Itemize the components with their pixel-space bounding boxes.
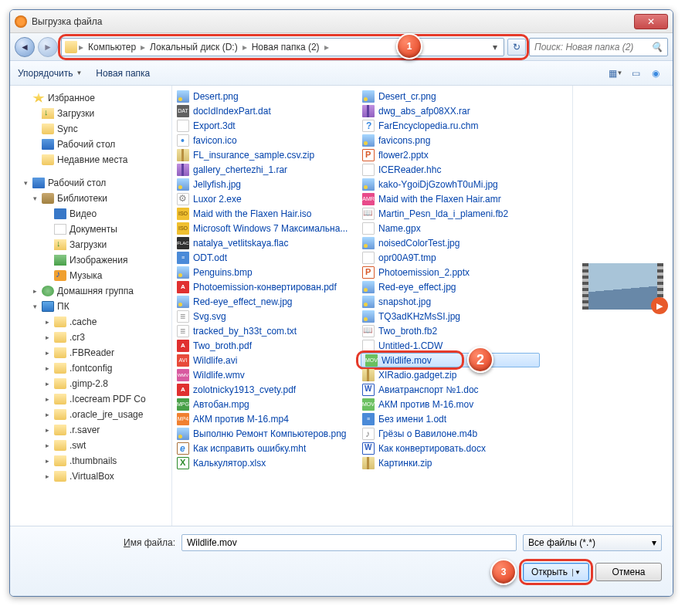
file-item[interactable]: Untitled-1.CDW (358, 338, 543, 353)
file-item[interactable]: АКМ против М-16.mov (358, 397, 543, 411)
expand-icon[interactable] (22, 95, 29, 102)
file-item[interactable]: Картинки.zip (358, 455, 543, 470)
expand-icon[interactable] (44, 242, 51, 249)
tree-item[interactable]: ▸.VirtualBox (10, 469, 171, 484)
tree-item[interactable]: ▸.r.saver (10, 422, 171, 438)
tree-item[interactable]: ▾Библиотеки (10, 191, 171, 206)
file-item[interactable]: Red-eye_effect_new.jpg (172, 294, 358, 309)
file-item[interactable]: snapshot.jpg (358, 294, 543, 309)
expand-icon[interactable] (44, 257, 51, 264)
expand-icon[interactable]: ▸ (44, 458, 51, 465)
file-item[interactable]: kako-YgoiDjGzowhT0uMi.jpg (358, 177, 543, 191)
file-item[interactable]: FL_insurance_sample.csv.zip (172, 147, 358, 162)
breadcrumb-segment[interactable]: Компьютер (85, 42, 139, 52)
tree-item[interactable]: ▾Рабочий стол (10, 175, 171, 191)
file-item[interactable]: Martin_Pesn_lda_i_plameni.fb2 (358, 206, 543, 221)
filetype-dropdown[interactable]: Все файлы (*.*)▾ (523, 534, 662, 551)
expand-icon[interactable]: ▸ (44, 365, 51, 372)
file-item[interactable]: zolotnicky1913_cvety.pdf (172, 382, 358, 397)
search-icon[interactable]: 🔍 (651, 42, 663, 52)
tree-item[interactable]: Загрузки (10, 106, 171, 121)
tree-item[interactable]: ▸.FBReader (10, 345, 171, 360)
file-item[interactable]: Автобан.mpg (172, 397, 358, 411)
file-item[interactable]: Jellyfish.jpg (172, 177, 358, 191)
expand-icon[interactable]: ▸ (44, 350, 51, 357)
expand-icon[interactable] (44, 226, 51, 233)
file-item[interactable]: Photoemission_2.pptx (358, 265, 543, 279)
file-item[interactable]: dwg_abs_afp08XX.rar (358, 103, 543, 118)
file-item[interactable]: TQ3adKHzMsSI.jpg (358, 309, 543, 323)
tree-item[interactable]: ▸.Icecream PDF Co (10, 391, 171, 407)
file-item[interactable]: favicons.png (358, 133, 543, 147)
file-item[interactable]: Name.gpx (358, 221, 543, 235)
breadcrumb-segment[interactable]: Новая папка (2) (249, 42, 323, 52)
file-item[interactable]: Microsoft Windows 7 Максимальна... (172, 221, 358, 235)
expand-icon[interactable]: ▾ (22, 180, 29, 187)
file-item[interactable]: gallery_chertezhi_1.rar (172, 162, 358, 177)
tree-item[interactable]: Избранное (10, 90, 171, 106)
expand-icon[interactable]: ▸ (44, 473, 51, 480)
titlebar[interactable]: Выгрузка файла ✕ (10, 10, 673, 33)
tree-item[interactable]: Документы (10, 222, 171, 237)
file-item[interactable]: opr00A9T.tmp (358, 250, 543, 265)
expand-icon[interactable] (44, 211, 51, 218)
file-columns[interactable]: Desert.pngdocIdIndexPart.datExport.3dtfa… (172, 86, 572, 526)
file-item[interactable]: favicon.ico (172, 133, 358, 147)
new-folder-button[interactable]: Новая папка (96, 68, 150, 79)
address-bar[interactable]: ▸ Компьютер ▸ Локальный диск (D:) ▸ Нова… (61, 38, 504, 56)
file-item[interactable]: XIRadio.gadget.zip (358, 367, 543, 382)
search-box[interactable]: 🔍 (529, 38, 668, 56)
tree-item[interactable]: Музыка (10, 268, 171, 283)
organize-menu[interactable]: Упорядочить ▼ (18, 68, 82, 79)
expand-icon[interactable]: ▸ (44, 334, 51, 341)
view-mode-button[interactable]: ▦ ▼ (606, 65, 625, 82)
address-dropdown[interactable]: ▾ (490, 42, 500, 52)
expand-icon[interactable]: ▾ (32, 195, 39, 202)
tree-item[interactable]: Изображения (10, 252, 171, 268)
refresh-button[interactable]: ↻ (507, 39, 526, 56)
file-item[interactable]: Export.3dt (172, 118, 358, 133)
expand-icon[interactable] (32, 126, 39, 133)
tree-item[interactable]: ▸.swt (10, 438, 171, 453)
file-item[interactable]: Svg.svg (172, 309, 358, 323)
tree-item[interactable]: ▸Домашняя группа (10, 283, 171, 299)
file-item[interactable]: Two_broth.fb2 (358, 323, 543, 338)
file-item[interactable]: Калькулятор.xlsx (172, 455, 358, 470)
file-item[interactable]: Wildlife.avi (172, 353, 358, 367)
file-item[interactable]: Как исправить ошибку.mht (172, 441, 358, 455)
tree-item[interactable]: Недавние места (10, 152, 171, 168)
file-item[interactable]: docIdIndexPart.dat (172, 103, 358, 118)
file-item[interactable]: АКМ против М-16.mp4 (172, 411, 358, 426)
file-item[interactable]: Как конвертировать.docx (358, 441, 543, 455)
expand-icon[interactable]: ▸ (44, 319, 51, 326)
search-input[interactable] (534, 42, 651, 52)
expand-icon[interactable]: ▸ (44, 381, 51, 388)
nav-tree[interactable]: ИзбранноеЗагрузкиSyncРабочий столНедавни… (10, 86, 172, 526)
tree-item[interactable]: ▸.cr3 (10, 330, 171, 345)
expand-icon[interactable] (44, 272, 51, 279)
file-item[interactable]: FarEncyclopedia.ru.chm (358, 118, 543, 133)
cancel-button[interactable]: Отмена (595, 563, 662, 581)
close-button[interactable]: ✕ (634, 14, 668, 29)
expand-icon[interactable]: ▸ (44, 442, 51, 449)
expand-icon[interactable]: ▾ (32, 303, 39, 310)
tree-item[interactable]: Рабочий стол (10, 137, 171, 152)
tree-item[interactable]: ▸.gimp-2.8 (10, 376, 171, 391)
expand-icon[interactable] (32, 110, 39, 117)
file-item[interactable]: Без имени 1.odt (358, 411, 543, 426)
tree-item[interactable]: ▸.fontconfig (10, 360, 171, 376)
file-item-selected[interactable]: Wildlife.mov (361, 353, 540, 367)
file-item[interactable]: Photoemission-конвертирован.pdf (172, 279, 358, 294)
expand-icon[interactable]: ▸ (32, 288, 39, 295)
tree-item[interactable]: Видео (10, 206, 171, 222)
expand-icon[interactable]: ▸ (44, 427, 51, 434)
file-item[interactable]: tracked_by_h33t_com.txt (172, 323, 358, 338)
file-item[interactable]: Desert_cr.png (358, 89, 543, 103)
file-item[interactable]: natalya_vetlitskaya.flac (172, 235, 358, 250)
file-item[interactable]: Penguins.bmp (172, 265, 358, 279)
expand-icon[interactable]: ▸ (44, 411, 51, 418)
file-item[interactable]: ICEReader.hhc (358, 162, 543, 177)
file-item[interactable]: Грёзы о Вавилоне.m4b (358, 426, 543, 441)
tree-item[interactable]: ▸.cache (10, 314, 171, 330)
expand-icon[interactable]: ▸ (44, 396, 51, 403)
